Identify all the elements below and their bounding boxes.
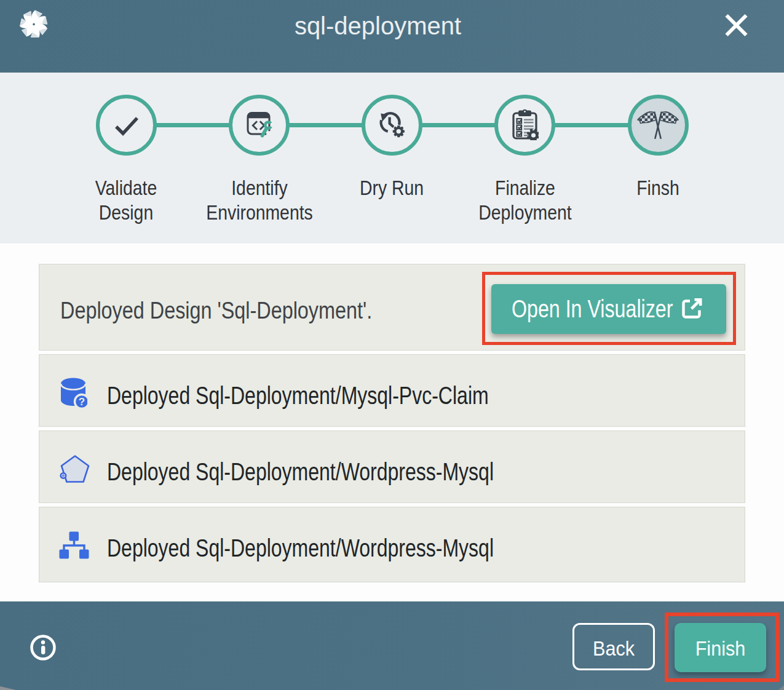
svg-text:?: ? (79, 396, 85, 408)
